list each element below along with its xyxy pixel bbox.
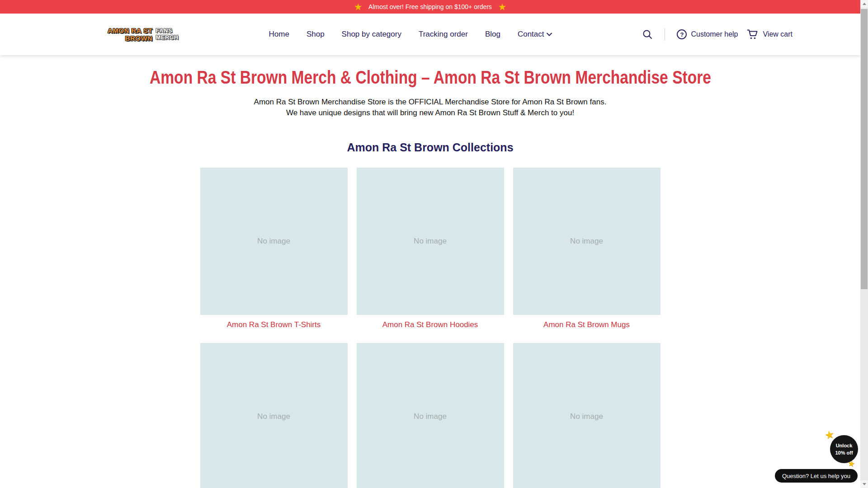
scroll-up-icon	[863, 3, 866, 5]
nav-item-blog[interactable]: Blog	[485, 30, 500, 39]
chevron-down-icon	[547, 33, 552, 36]
store-description-line2: We have unique designs that will bring n…	[0, 108, 860, 118]
star-icon: ★	[498, 2, 506, 11]
collections-grid: No image Amon Ra St Brown T-Shirts No im…	[200, 168, 660, 488]
logo-text-white: FANS MERCH	[156, 28, 178, 41]
page: ★ Almost over! Free shipping on $100+ or…	[0, 0, 868, 488]
scrollbar-down-button[interactable]	[860, 480, 868, 488]
collection-link-label[interactable]: Amon Ra St Brown T-Shirts	[200, 320, 348, 330]
collection-image-placeholder: No image	[357, 168, 504, 315]
header-actions: ? Customer help View cart	[642, 28, 793, 40]
scrollbar-thumb[interactable]	[861, 9, 868, 289]
page-title: Amon Ra St Brown Merch & Clothing – Amon…	[134, 67, 726, 88]
logo-text-orange: AMON RA ST BROWN	[108, 27, 152, 42]
scrollbar[interactable]	[860, 0, 868, 488]
collection-image-placeholder: No image	[513, 343, 660, 488]
collection-link-label[interactable]: Amon Ra St Brown Hoodies	[357, 320, 504, 330]
site-logo[interactable]: AMON RA ST BROWN FANS MERCH	[108, 27, 179, 42]
scroll-down-icon	[863, 483, 866, 485]
discount-widget[interactable]: ★ Unlock 10% off ★	[830, 435, 858, 463]
search-icon	[642, 29, 653, 40]
nav-item-contact-label: Contact	[518, 30, 544, 39]
collection-image-placeholder: No image	[357, 343, 504, 488]
promo-banner: ★ Almost over! Free shipping on $100+ or…	[0, 0, 860, 14]
nav-item-shop[interactable]: Shop	[307, 30, 325, 39]
collection-card-mugs[interactable]: No image Amon Ra St Brown Mugs	[513, 168, 660, 330]
customer-help-label: Customer help	[691, 30, 738, 38]
collections-heading: Amon Ra St Brown Collections	[0, 141, 860, 154]
collection-link-label[interactable]: Amon Ra St Brown Mugs	[513, 320, 660, 330]
main-content: Amon Ra St Brown Merch & Clothing – Amon…	[0, 67, 860, 488]
store-description: Amon Ra St Brown Merchandise Store is th…	[0, 97, 860, 118]
chat-widget-label: Question? Let us help you	[782, 473, 850, 479]
nav-item-contact[interactable]: Contact	[518, 30, 552, 39]
view-cart-button[interactable]: View cart	[747, 29, 793, 40]
collection-image-placeholder: No image	[200, 168, 348, 315]
collection-card[interactable]: No image	[513, 343, 660, 488]
collection-card[interactable]: No image	[200, 343, 348, 488]
nav-item-home[interactable]: Home	[269, 30, 289, 39]
view-cart-label: View cart	[763, 30, 793, 38]
collection-image-placeholder: No image	[200, 343, 348, 488]
discount-line2: 10% off	[835, 449, 853, 457]
collection-image-placeholder: No image	[513, 168, 660, 315]
discount-line1: Unlock	[836, 442, 853, 450]
site-header: AMON RA ST BROWN FANS MERCH Home Shop Sh…	[0, 14, 860, 55]
scrollbar-up-button[interactable]	[860, 0, 868, 8]
help-icon: ?	[677, 29, 687, 39]
collection-card-tshirts[interactable]: No image Amon Ra St Brown T-Shirts	[200, 168, 348, 330]
search-button[interactable]	[642, 29, 653, 40]
nav-item-shop-by-category[interactable]: Shop by category	[342, 30, 401, 39]
nav-item-tracking-order[interactable]: Tracking order	[419, 30, 468, 39]
collection-card-hoodies[interactable]: No image Amon Ra St Brown Hoodies	[357, 168, 504, 330]
star-icon: ★	[354, 2, 362, 11]
main-nav: Home Shop Shop by category Tracking orde…	[269, 30, 552, 39]
chat-widget[interactable]: Question? Let us help you	[775, 469, 858, 483]
collection-card[interactable]: No image	[357, 343, 504, 488]
cart-icon	[747, 29, 759, 40]
store-description-line1: Amon Ra St Brown Merchandise Store is th…	[0, 97, 860, 108]
header-divider	[665, 28, 665, 40]
customer-help-link[interactable]: ? Customer help	[677, 29, 738, 39]
promo-banner-text: Almost over! Free shipping on $100+ orde…	[368, 3, 492, 10]
